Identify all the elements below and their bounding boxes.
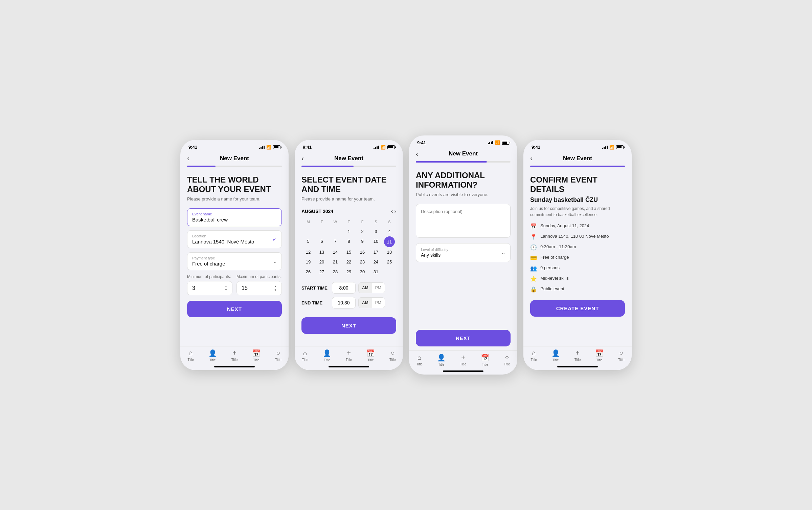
detail-text-3: Free of charge <box>540 255 569 260</box>
nav-item-home-4[interactable]: ⌂Title <box>531 349 537 362</box>
payment-value: Free of charge <box>192 261 225 267</box>
calendar-day-24[interactable]: 24 <box>369 257 383 267</box>
start-time-value[interactable]: 8:00 <box>332 282 356 294</box>
location-row: Location Lannova 1540, Nové Město ✓ <box>192 234 277 245</box>
calendar-day-10[interactable]: 10 <box>369 236 383 247</box>
user-icon-4: 👤 <box>551 349 560 357</box>
calendar-day-7[interactable]: 7 <box>329 236 342 247</box>
difficulty-chevron-icon: ⌄ <box>501 250 505 255</box>
calendar-day-13[interactable]: 13 <box>315 247 329 257</box>
next-button-2[interactable]: NEXT <box>301 317 396 334</box>
start-pm-button[interactable]: PM <box>372 283 385 293</box>
calendar-day-15[interactable]: 15 <box>342 247 356 257</box>
location-field[interactable]: Location Lannova 1540, Nové Město ✓ <box>187 230 282 248</box>
back-button-3[interactable]: ‹ <box>416 150 418 158</box>
calendar-day-12[interactable]: 12 <box>301 247 315 257</box>
nav-item-circle-2[interactable]: ○Title <box>389 349 396 362</box>
start-am-button[interactable]: AM <box>359 283 372 293</box>
next-button-3[interactable]: NEXT <box>416 330 511 346</box>
calendar-day-14[interactable]: 14 <box>329 247 342 257</box>
event-name-field[interactable]: Event name Basketball crew <box>187 208 282 226</box>
calendar-day-3[interactable]: 3 <box>369 227 383 236</box>
nav-item-circle-4[interactable]: ○Title <box>618 349 625 362</box>
calendar-day-23[interactable]: 23 <box>356 257 369 267</box>
nav-item-add-4[interactable]: +Title <box>574 349 581 362</box>
calendar-day-31[interactable]: 31 <box>369 267 383 277</box>
prev-month-button[interactable]: ‹ <box>391 208 393 214</box>
payment-field[interactable]: Payment type Free of charge ⌄ <box>187 252 282 270</box>
calendar-day-4[interactable]: 4 <box>383 227 396 236</box>
signal-icon-2 <box>374 146 379 149</box>
calendar-day-16[interactable]: 16 <box>356 247 369 257</box>
calendar-day-21[interactable]: 21 <box>329 257 342 267</box>
calendar-day-1[interactable]: 1 <box>342 227 356 236</box>
nav-item-home-2[interactable]: ⌂Title <box>302 349 308 362</box>
day-header-w: W <box>329 218 342 225</box>
next-month-button[interactable]: › <box>394 208 396 214</box>
back-button-1[interactable]: ‹ <box>187 154 189 162</box>
calendar-day-20[interactable]: 20 <box>315 257 329 267</box>
nav-item-add-1[interactable]: +Title <box>231 349 238 362</box>
next-button-1[interactable]: NEXT <box>187 301 282 317</box>
nav-title-4: New Event <box>563 155 592 162</box>
calendar-day-19[interactable]: 19 <box>301 257 315 267</box>
calendar-day-11[interactable]: 11 <box>384 236 395 247</box>
phone-screen-1: 9:41 📶 ‹ New Event TELL THE WORLD ABOUT … <box>180 140 289 370</box>
calendar-day-22[interactable]: 22 <box>342 257 356 267</box>
add-icon: + <box>232 349 236 357</box>
event-name-value: Basketball crew <box>192 217 277 222</box>
nav-item-cal-4[interactable]: 📅Title <box>595 349 604 362</box>
nav-item-add-3[interactable]: +Title <box>460 354 467 366</box>
calendar-day-28[interactable]: 28 <box>329 267 342 277</box>
confirm-event-title: Sunday basketball ČZU <box>530 196 625 204</box>
nav-item-user-3[interactable]: 👤Title <box>437 354 446 366</box>
calendar-day-17[interactable]: 17 <box>369 247 383 257</box>
min-down-arrow[interactable]: ▼ <box>225 289 227 292</box>
calendar-day-27[interactable]: 27 <box>315 267 329 277</box>
detail-row-1: 📍 Lannova 1540, 110 00 Nové Město <box>530 234 625 240</box>
nav-item-user-2[interactable]: 👤Title <box>323 349 331 362</box>
status-bar-3: 9:41 📶 <box>409 135 517 147</box>
signal-icon <box>259 146 265 149</box>
max-down-arrow[interactable]: ▼ <box>274 289 277 292</box>
min-stepper[interactable]: 3 ▲ ▼ <box>187 281 232 295</box>
max-up-arrow[interactable]: ▲ <box>274 285 277 288</box>
create-event-button[interactable]: CREATE EVENT <box>530 300 625 317</box>
calendar-day-8[interactable]: 8 <box>342 236 356 247</box>
nav-item-home-3[interactable]: ⌂Title <box>416 354 423 366</box>
end-time-value[interactable]: 10:30 <box>332 297 356 309</box>
calendar-day-5[interactable]: 5 <box>301 236 315 247</box>
nav-item-circle-3[interactable]: ○Title <box>504 354 510 366</box>
nav-item-user-4[interactable]: 👤Title <box>551 349 560 362</box>
nav-item-user-1[interactable]: 👤Title <box>208 349 217 362</box>
difficulty-select[interactable]: Level of difficulty Any skills ⌄ <box>416 243 511 262</box>
end-am-button[interactable]: AM <box>359 298 372 308</box>
calendar-day-26[interactable]: 26 <box>301 267 315 277</box>
nav-item-cal-3[interactable]: 📅Title <box>481 354 489 366</box>
back-button-2[interactable]: ‹ <box>301 154 304 162</box>
home-icon-2: ⌂ <box>303 349 307 357</box>
nav-item-cal-2[interactable]: 📅Title <box>366 349 375 362</box>
nav-label-3: Title <box>231 358 238 362</box>
min-up-arrow[interactable]: ▲ <box>225 285 227 288</box>
calendar-day-6[interactable]: 6 <box>315 236 329 247</box>
nav-item-add-2[interactable]: +Title <box>346 349 352 362</box>
nav-item-circle-1[interactable]: ○Title <box>275 349 281 362</box>
description-textarea[interactable] <box>416 204 511 238</box>
calendar-day-29[interactable]: 29 <box>342 267 356 277</box>
check-icon: ✓ <box>272 236 277 242</box>
calendar-day-18[interactable]: 18 <box>383 247 396 257</box>
calendar-day-25[interactable]: 25 <box>383 257 396 267</box>
detail-icon-4: 👥 <box>530 265 537 272</box>
end-pm-button[interactable]: PM <box>372 298 385 308</box>
calendar-day-2[interactable]: 2 <box>356 227 369 236</box>
nav-item-cal-1[interactable]: 📅Title <box>252 349 261 362</box>
payment-row: Payment type Free of charge ⌄ <box>192 256 277 267</box>
calendar-day-30[interactable]: 30 <box>356 267 369 277</box>
detail-text-5: Mid-level skills <box>540 276 569 281</box>
back-button-4[interactable]: ‹ <box>530 154 533 162</box>
max-stepper[interactable]: 15 ▲ ▼ <box>236 281 282 295</box>
nav-item-home-1[interactable]: ⌂Title <box>187 349 194 362</box>
calendar-day-9[interactable]: 9 <box>356 236 369 247</box>
screen2-heading: SELECT EVENT DATE AND TIME <box>301 175 396 194</box>
